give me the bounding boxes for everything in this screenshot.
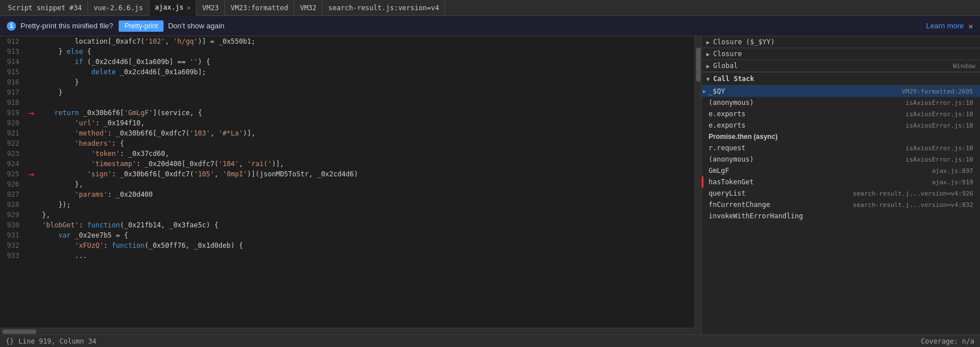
arrow-indicator: →: [28, 108, 35, 118]
code-line-928: 928 });: [0, 200, 694, 210]
scope-global[interactable]: ▶ Global Window: [702, 60, 980, 72]
code-line-924: 924 'timestamp': _0x20d400[_0xdfc7('104'…: [0, 159, 694, 169]
code-scroll[interactable]: 912 location[_0xafc7('102', 'h/gq')] = _…: [0, 36, 694, 328]
call-stack-item[interactable]: fnCurrentChangesearch-result.j...version…: [702, 199, 980, 210]
vertical-scrollbar[interactable]: [694, 36, 701, 328]
code-line-922: 922 'headers': {: [0, 138, 694, 149]
scope-label: Closure: [713, 50, 742, 58]
code-line-929: 929},: [0, 210, 694, 220]
line-number: 925: [0, 169, 28, 179]
line-content: 'url': _0x194f10,: [42, 118, 694, 128]
line-content: return _0x30b6f6['GmLgF'](service, {: [38, 108, 694, 118]
right-panel: ▶ Closure ($_$YY) ▶ Closure ▶ Global Win…: [702, 36, 980, 335]
line-number: 922: [0, 138, 28, 149]
tab-close-icon[interactable]: ✕: [187, 5, 190, 11]
tab-label: VM23: [202, 4, 219, 12]
line-content: 'blobGet': function(_0x21fb14, _0x3fae5c…: [42, 220, 694, 230]
call-stack-item[interactable]: invokeWithErrorHandling: [702, 210, 980, 222]
scope-closure[interactable]: ▶ Closure: [702, 48, 980, 60]
code-line-921: 921 'method': _0x30b6f6[_0xdfc7('103', '…: [0, 128, 694, 138]
cursor-position: Line 919, Column 34: [18, 337, 921, 345]
scope-closure-syy[interactable]: ▶ Closure ($_$YY): [702, 36, 980, 48]
tab-bar: Script snippet #34 vue-2.6.6.js ajax.js …: [0, 0, 980, 16]
line-content: var _0x2ee7b5 = {: [42, 230, 694, 240]
code-line-925: 925→ 'sign': _0x30b6f6[_0xdfc7('105', '0…: [0, 169, 694, 179]
call-stack-item[interactable]: queryListsearch-result.j...version=v4:92…: [702, 188, 980, 199]
call-stack-item[interactable]: GmLgFajax.js:897: [702, 165, 980, 176]
cs-function-name: e.exports: [709, 121, 906, 129]
code-line-933: 933 ...: [0, 251, 694, 261]
coverage-status: Coverage: n/a: [921, 337, 974, 345]
cs-function-name: GmLgF: [709, 167, 932, 175]
expand-icon: ▼: [706, 76, 710, 82]
scope-value: Window: [953, 62, 975, 70]
call-stack-item[interactable]: r.requestisAxiosError.js:10: [702, 142, 980, 154]
code-line-926: 926 },: [0, 179, 694, 189]
horizontal-scrollbar[interactable]: [0, 328, 701, 335]
code-line-914: 914 if (_0x2cd4d6[_0x1a609b] == '') {: [0, 57, 694, 67]
line-number: 914: [0, 57, 28, 67]
cs-function-name: (anonymous): [709, 155, 906, 163]
cs-function-name: r.request: [709, 144, 906, 152]
code-line-919: 919→ return _0x30b6f6['GmLgF'](service, …: [0, 108, 694, 118]
cs-function-name: Promise.then (async): [709, 133, 973, 141]
call-stack-header[interactable]: ▼ Call Stack: [702, 73, 980, 86]
tab-vue[interactable]: vue-2.6.6.js: [88, 0, 149, 16]
cs-location: ajax.js:919: [932, 179, 973, 186]
cs-location: isAxiosError.js:10: [906, 111, 973, 118]
code-line-920: 920 'url': _0x194f10,: [0, 118, 694, 128]
scope-label: Closure ($_$YY): [713, 38, 774, 46]
line-number: 919: [0, 108, 28, 118]
code-line-912: 912 location[_0xafc7('102', 'h/gq')] = _…: [0, 36, 694, 46]
line-content: }: [42, 77, 694, 87]
cs-location: ajax.js:897: [932, 167, 973, 175]
line-content: if (_0x2cd4d6[_0x1a609b] == '') {: [42, 57, 694, 67]
line-number: 928: [0, 200, 28, 210]
tab-vm23[interactable]: VM23: [196, 0, 225, 16]
line-number: 915: [0, 67, 28, 77]
tab-vm32[interactable]: VM32: [294, 0, 323, 16]
tab-snippet[interactable]: Script snippet #34: [2, 0, 88, 16]
tab-label: VM23:formatted: [231, 4, 288, 12]
notification-close-icon[interactable]: ✕: [969, 22, 973, 31]
cs-function-name: fnCurrentChange: [709, 201, 853, 209]
cs-location: isAxiosError.js:10: [906, 145, 973, 152]
call-stack-title: Call Stack: [713, 75, 754, 83]
cs-function-name: _$QY: [709, 87, 902, 95]
dont-show-link[interactable]: Don't show again: [168, 22, 224, 30]
line-content: 'headers': {: [42, 138, 694, 149]
line-content: 'sign': _0x30b6f6[_0xdfc7('105', '0mpI')…: [38, 169, 694, 179]
code-line-932: 932 'xFUzQ': function(_0x50ff76, _0x1d0d…: [0, 240, 694, 251]
braces-icon: {}: [6, 337, 14, 345]
code-line-918: 918: [0, 98, 694, 108]
tab-vm23f[interactable]: VM23:formatted: [225, 0, 294, 16]
call-stack-item[interactable]: e.exportsisAxiosError.js:10: [702, 108, 980, 120]
call-stack-item[interactable]: (anonymous)isAxiosError.js:10: [702, 97, 980, 108]
notify-message: Pretty-print this minified file?: [20, 22, 113, 30]
call-stack-list: _$QYVM29:formatted:2605(anonymous)isAxio…: [702, 86, 980, 335]
cs-location: isAxiosError.js:10: [906, 156, 973, 163]
line-number: 930: [0, 220, 28, 230]
line-number: 923: [0, 149, 28, 159]
call-stack-item[interactable]: e.exportsisAxiosError.js:10: [702, 120, 980, 131]
cs-location: isAxiosError.js:10: [906, 122, 973, 129]
tab-ajax[interactable]: ajax.js ✕: [149, 0, 197, 16]
call-stack-item[interactable]: hasTokenGetajax.js:919: [702, 176, 980, 188]
info-icon: i: [7, 22, 16, 31]
tab-search[interactable]: search-result.js:version=v4: [323, 0, 445, 16]
pretty-print-button[interactable]: Pretty-print: [119, 20, 164, 32]
line-number: 929: [0, 210, 28, 220]
collapse-icon: ▶: [706, 39, 710, 45]
code-line-930: 930'blobGet': function(_0x21fb14, _0x3fa…: [0, 220, 694, 230]
learn-more-link[interactable]: Learn more: [926, 22, 964, 30]
cs-function-name: hasTokenGet: [709, 178, 932, 186]
call-stack-item[interactable]: Promise.then (async): [702, 131, 980, 142]
code-panel: 912 location[_0xafc7('102', 'h/gq')] = _…: [0, 36, 702, 335]
call-stack-item[interactable]: _$QYVM29:formatted:2605: [702, 86, 980, 97]
call-stack-item[interactable]: (anonymous)isAxiosError.js:10: [702, 154, 980, 165]
code-line-931: 931 var _0x2ee7b5 = {: [0, 230, 694, 240]
scope-section: ▶ Closure ($_$YY) ▶ Closure ▶ Global Win…: [702, 36, 980, 73]
line-number: 917: [0, 87, 28, 98]
cs-location: search-result.j...version=v4:832: [853, 201, 973, 209]
line-content: }: [42, 87, 694, 98]
